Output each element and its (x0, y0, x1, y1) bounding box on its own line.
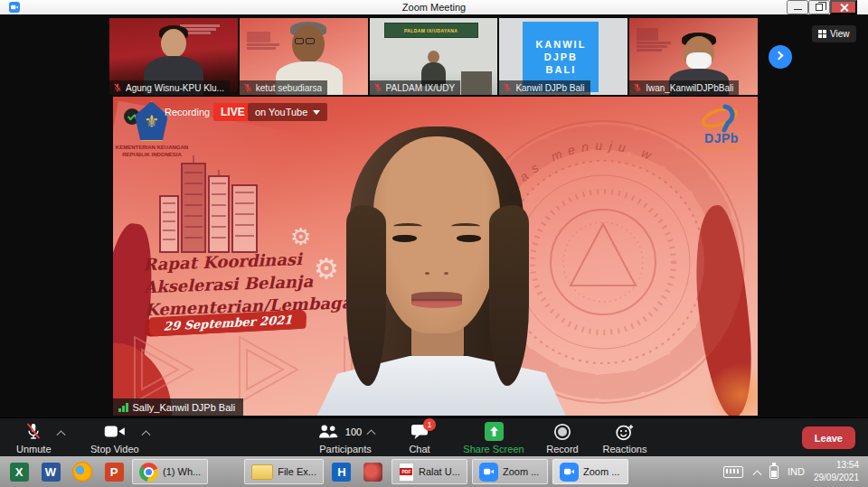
mic-muted-icon (503, 83, 512, 92)
face-mask (686, 52, 712, 70)
powerpoint-icon (105, 463, 124, 482)
participants-caret[interactable] (367, 429, 376, 438)
restore-button[interactable] (808, 0, 830, 14)
kemenkeu-emblem: ⚜ (144, 113, 159, 130)
firefox-taskbar-button[interactable] (69, 459, 96, 484)
speaker-hair-front (489, 205, 529, 386)
speaker-hair-front (346, 205, 386, 386)
gear-icon: ⚙ (290, 223, 311, 251)
language-indicator[interactable]: IND (788, 466, 805, 477)
participant-video-paldam[interactable]: PALDAM IX/UDAYANA PALDAM IX/UDY (370, 18, 498, 95)
recording-indicator: Recording (165, 107, 210, 117)
participant-face (161, 29, 186, 58)
glasses (295, 38, 315, 44)
mic-options-caret[interactable] (57, 430, 66, 439)
meeting-toolbar: Unmute Stop Video 100 Participants 1 (0, 417, 868, 456)
word-taskbar-button[interactable] (37, 459, 64, 484)
title-bar: Zoom Meeting (0, 0, 868, 14)
word-icon (42, 463, 61, 482)
record-button[interactable]: Record (537, 422, 588, 454)
excel-taskbar-button[interactable] (5, 459, 33, 484)
chevron-down-icon (313, 110, 320, 115)
participant-video-ketut[interactable]: ketut sebudiarsa (240, 18, 368, 95)
participant-name-tag: ketut sebudiarsa (240, 80, 327, 95)
share-screen-button[interactable]: Share Screen (450, 422, 537, 454)
file-explorer-window-button[interactable]: File Ex... (244, 459, 324, 484)
blue-h-app-icon (332, 463, 351, 482)
record-icon (553, 423, 571, 441)
taskbar-clock[interactable]: 13:54 29/09/2021 (814, 459, 859, 484)
speaker-face (373, 136, 500, 333)
window-title: Zoom Meeting (0, 2, 868, 13)
participant-name-tag: Kanwil DJPb Bali (499, 80, 590, 95)
close-button[interactable] (830, 0, 857, 14)
close-icon (840, 4, 848, 12)
chat-button[interactable]: 1 Chat (396, 422, 443, 454)
paldam-banner: PALDAM IX/UDAYANA (384, 23, 478, 38)
camera-icon (104, 425, 126, 438)
mic-muted-icon (113, 83, 122, 92)
red-app-icon (363, 463, 382, 482)
unmute-button[interactable]: Unmute (16, 422, 52, 454)
excel-icon (10, 463, 29, 482)
next-participants-button[interactable] (769, 45, 792, 69)
zoom-meeting-window: Zoom Meeting Agung Wisnu-KPU Klu... (0, 0, 868, 487)
zoom-icon (560, 463, 579, 482)
gear-icon: ⚙ (314, 252, 339, 286)
reactions-icon (615, 423, 635, 441)
firefox-icon (72, 462, 92, 482)
meeting-area: Agung Wisnu-KPU Klu... ketut sebudiarsa (0, 14, 868, 417)
pdf-window-button[interactable]: Ralat U... (392, 459, 467, 484)
buildings-illustration (156, 153, 267, 254)
video-thumbnail-strip: Agung Wisnu-KPU Klu... ketut sebudiarsa (109, 18, 758, 95)
participant-face (292, 25, 325, 63)
keyboard-icon (723, 466, 743, 478)
zoom-window-button-2[interactable]: Zoom ... (552, 459, 628, 484)
speaker-name-tag: Sally_Kanwil DJPb Bali (113, 398, 243, 416)
chrome-window-button[interactable]: (1) Wh... (132, 459, 208, 484)
banner-graphic (637, 27, 675, 52)
participant-face (428, 51, 439, 63)
blue-h-app-taskbar-button[interactable] (328, 459, 355, 484)
restore-icon (816, 4, 823, 11)
zoom-window-button-1[interactable]: Zoom ... (472, 459, 548, 484)
battery-icon[interactable] (769, 465, 778, 479)
video-options-caret[interactable] (142, 430, 151, 439)
minimize-icon (794, 9, 802, 10)
mic-muted-icon (633, 83, 642, 92)
zoom-icon (479, 463, 498, 482)
participants-button[interactable]: 100 Participants (302, 422, 389, 454)
djpb-logo: DJPb Indonesian Treasury (688, 104, 755, 151)
reactions-button[interactable]: Reactions (595, 422, 655, 454)
participant-video-agung[interactable]: Agung Wisnu-KPU Klu... (109, 18, 238, 95)
grid-view-icon (818, 30, 826, 38)
pdf-icon (399, 463, 414, 482)
minimize-button[interactable] (787, 0, 808, 14)
powerpoint-taskbar-button[interactable] (100, 459, 127, 484)
participant-name-tag: Agung Wisnu-KPU Klu... (109, 80, 230, 95)
leave-button[interactable]: Leave (802, 426, 855, 449)
live-platform-dropdown[interactable]: on YouTube (248, 103, 327, 121)
windows-taskbar: (1) Wh... File Ex... Ralat U... Zoom ...… (0, 456, 868, 487)
table (461, 71, 492, 95)
participant-video-iwan[interactable]: Iwan_KanwilDJPbBali (629, 18, 758, 95)
chevron-right-icon (775, 52, 784, 61)
mic-muted-icon (373, 83, 382, 92)
ministry-caption: KEMENTERIAN KEUANGAN REPUBLIK INDONESIA (113, 144, 191, 159)
chrome-icon (139, 463, 158, 482)
touch-keyboard-button[interactable] (722, 459, 745, 484)
tray-expand-caret[interactable] (753, 470, 762, 479)
zoom-app-icon (9, 2, 20, 13)
folder-icon (251, 464, 273, 480)
live-badge[interactable]: LIVE (213, 103, 252, 121)
stop-video-button[interactable]: Stop Video (90, 422, 139, 454)
participants-icon (316, 424, 339, 439)
main-speaker-video: integritas menuju w (113, 97, 758, 416)
red-app-taskbar-button[interactable] (360, 459, 387, 484)
participant-name-tag: PALDAM IX/UDY (370, 80, 461, 95)
banner-graphic (247, 31, 283, 51)
participant-video-kanwil[interactable]: KANWIL DJPB BALI Kanwil DJPb Bali (499, 18, 627, 95)
view-button[interactable]: View (812, 25, 856, 42)
chat-unread-badge: 1 (423, 418, 436, 431)
s-app-taskbar-button[interactable] (212, 459, 240, 484)
